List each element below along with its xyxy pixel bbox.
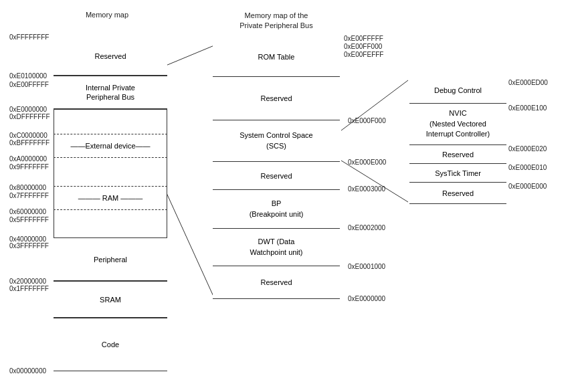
dwt-box: DWT (DataWatchpoint unit) xyxy=(213,229,340,266)
addr-20000000: 0x20000000 xyxy=(9,278,46,285)
reserved-top: Reserved xyxy=(54,37,167,76)
external-device-label-container: ——External device—— xyxy=(54,134,167,157)
ppb-addr-e0002000: 0xE0002000 xyxy=(348,224,385,231)
addr-c0000000: 0xC0000000 xyxy=(9,132,47,139)
nvic-box: NVIC(Nested VectoredInterrupt Controller… xyxy=(409,104,506,145)
scs-addr-e100: 0xE000E100 xyxy=(508,104,547,112)
memory-map-title: Memory map xyxy=(54,11,161,19)
addr-1fffffff: 0x1FFFFFFF xyxy=(9,285,49,292)
code-region: Code xyxy=(54,318,167,371)
scs-box: System Control Space(SCS) xyxy=(213,120,340,162)
svg-line-3 xyxy=(341,161,408,202)
addr-e00fffff: 0xE00FFFFF xyxy=(9,81,49,88)
addr-5fffffff: 0x5FFFFFFF xyxy=(9,216,49,223)
memory-map-diagram: Memory map Reserved Internal PrivatePeri… xyxy=(0,0,576,392)
debug-control: Debug Control xyxy=(409,77,506,104)
external-device-label: ——External device—— xyxy=(70,142,150,150)
addr-a0000000: 0xA0000000 xyxy=(9,155,47,163)
ram-label-container: ——— RAM ——— xyxy=(54,186,167,209)
ppb-addr-e00fefff: 0xE00FEFFF xyxy=(344,51,383,58)
addr-3fffffff: 0x3FFFFFFF xyxy=(9,242,49,250)
ppb-reserved-3: Reserved xyxy=(213,266,340,299)
addr-bfffffff: 0xBFFFFFFF xyxy=(9,139,50,146)
systick-timer: SysTick Timer xyxy=(409,164,506,183)
scs-label: System Control Space(SCS) xyxy=(239,130,312,151)
addr-60000000: 0x60000000 xyxy=(9,208,46,215)
peripheral-region: Peripheral xyxy=(54,237,167,281)
addr-ffffffff: 0xFFFFFFFF xyxy=(9,33,49,41)
ppb-addr-e00fffff: 0xE00FFFFF xyxy=(344,35,383,42)
internal-ppb-label: Internal PrivatePeripheral Bus xyxy=(86,83,135,102)
dwt-label: DWT (DataWatchpoint unit) xyxy=(250,237,302,258)
ppb-addr-e000e000: 0xE000E000 xyxy=(348,159,386,166)
addr-e0100000: 0xE0100000 xyxy=(9,72,47,80)
ppb-addr-e0000000: 0xE0000000 xyxy=(348,295,385,302)
nvic-label: NVIC(Nested VectoredInterrupt Controller… xyxy=(426,108,490,139)
divider-dashed-bottom xyxy=(54,157,167,158)
scs-addr-e000: 0xE000E000 xyxy=(508,183,547,190)
ppb-reserved-1: Reserved xyxy=(213,77,340,120)
bp-label: BP(Breakpoint unit) xyxy=(250,199,304,219)
ram-label: ——— RAM ——— xyxy=(78,194,143,202)
addr-e0000000: 0xE0000000 xyxy=(9,106,47,113)
scs-addr-e020: 0xE000E020 xyxy=(508,145,547,153)
ppb-title: Memory map of thePrivate Peripheral Bus xyxy=(213,11,340,31)
addr-80000000: 0x80000000 xyxy=(9,184,46,191)
addr-7fffffff: 0x7FFFFFFF xyxy=(9,192,49,199)
addr-dfffffff: 0xDFFFFFFF xyxy=(9,113,50,120)
scs-reserved-2: Reserved xyxy=(409,183,506,204)
rom-table: ROM Table xyxy=(213,37,340,77)
ppb-reserved-2: Reserved xyxy=(213,162,340,190)
ppb-addr-e00ff000: 0xE00FF000 xyxy=(344,43,382,50)
divider-ram-bottom xyxy=(54,209,167,210)
ppb-addr-e000f000: 0xE000F000 xyxy=(348,117,386,124)
scs-addr-e010: 0xE000E010 xyxy=(508,164,547,171)
internal-ppb: Internal PrivatePeripheral Bus xyxy=(54,76,167,109)
addr-00000000: 0x00000000 xyxy=(9,367,46,375)
scs-addr-ed00: 0xE000ED00 xyxy=(508,79,548,86)
addr-9fffffff: 0x9FFFFFFF xyxy=(9,163,49,171)
ppb-addr-e0003000: 0xE0003000 xyxy=(348,185,385,193)
sram-region: SRAM xyxy=(54,281,167,318)
bp-box: BP(Breakpoint unit) xyxy=(213,190,340,229)
scs-reserved-1: Reserved xyxy=(409,145,506,164)
ppb-addr-e0001000: 0xE0001000 xyxy=(348,263,385,270)
divider-2 xyxy=(54,109,167,110)
